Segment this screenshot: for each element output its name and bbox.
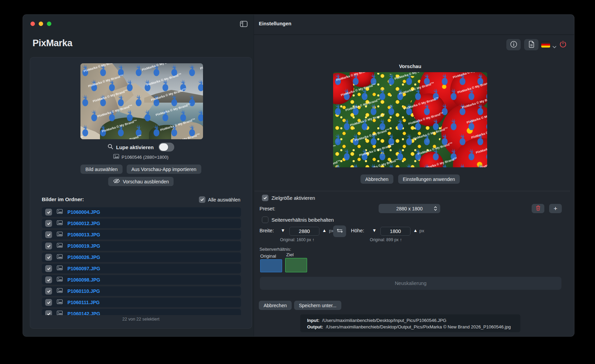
magnifier-toggle[interactable] — [159, 143, 174, 152]
app-window: Einstellungen PixMarka — [23, 14, 574, 337]
preset-label: Preset: — [259, 206, 275, 211]
toolbar-divider — [254, 35, 574, 35]
info-button[interactable] — [506, 39, 521, 50]
height-original: Original: 899 px ↑ — [355, 237, 417, 242]
file-checkbox[interactable] — [45, 265, 52, 272]
file-name: P1060098.JPG — [67, 277, 100, 283]
image-icon — [113, 154, 119, 160]
apply-settings-button[interactable]: Einstellungen anwenden — [398, 174, 460, 184]
watermark-overlay: PixMarka © My Brand™ — [333, 72, 487, 167]
height-increment-icon[interactable]: ▲ — [413, 228, 418, 233]
file-checkbox[interactable] — [45, 276, 52, 283]
file-list: P1060004.JPG P1060012.JPG P1060013.JPG P… — [42, 207, 241, 315]
settings-cancel-button[interactable]: Abbrechen — [259, 301, 292, 310]
hide-preview-button[interactable]: Vorschau ausblenden — [108, 177, 174, 186]
file-list-item[interactable]: P1060097.JPG — [42, 264, 241, 273]
file-checkbox[interactable] — [45, 299, 52, 306]
target-size-label: Zielgröße aktivieren — [271, 195, 315, 201]
aspect-original-label: Original — [260, 254, 276, 259]
file-list-item[interactable]: P1060110.JPG — [42, 286, 241, 296]
image-icon — [57, 277, 63, 283]
source-filename: P1060546 (2880×1800) — [122, 155, 168, 160]
image-icon — [57, 243, 63, 249]
section-divider — [254, 191, 570, 191]
file-list-item[interactable]: P1060013.JPG — [42, 230, 241, 239]
watermark-overlay: PixMarka © My Brand™ — [80, 63, 203, 139]
file-name: P1060013.JPG — [67, 232, 100, 237]
sidebar-icon — [240, 21, 248, 28]
output-path-row: Output:/Users/maximilianbenchieb/Desktop… — [307, 324, 514, 330]
select-all-label: Alle auswählen — [208, 197, 240, 203]
folder-header: Bilder im Ordner: — [42, 196, 84, 202]
file-list-item[interactable]: P1060111.JPG — [42, 298, 241, 307]
save-as-button[interactable]: Speichern unter... — [294, 301, 341, 310]
image-icon — [57, 288, 63, 294]
rescale-button[interactable]: Neuskalierung — [260, 277, 561, 290]
file-name: P1060111.JPG — [67, 300, 100, 305]
width-increment-icon[interactable]: ▲ — [322, 228, 327, 233]
select-image-button[interactable]: Bild auswählen — [80, 165, 122, 174]
width-original: Original: 1600 px ↑ — [266, 237, 328, 242]
file-list-item[interactable]: P1060026.JPG — [42, 252, 241, 262]
keep-aspect-checkbox[interactable] — [262, 217, 268, 223]
width-decrement-icon[interactable]: ▼ — [281, 228, 285, 233]
select-all-row: Alle auswählen — [199, 196, 240, 203]
file-checkbox[interactable] — [45, 288, 52, 295]
source-panel: PixMarka © My Brand™ Lupe aktivieren P10… — [30, 57, 252, 329]
file-name: P1060110.JPG — [67, 288, 100, 294]
window-title: Einstellungen — [259, 21, 291, 26]
file-list-item[interactable]: P1060019.JPG — [42, 241, 241, 251]
page-title: PixMarka — [33, 38, 72, 49]
file-list-item[interactable]: P1060142.JPG — [42, 309, 241, 315]
swap-arrows-icon — [337, 229, 343, 234]
add-preset-button[interactable]: + — [549, 204, 562, 213]
close-window-button[interactable] — [30, 22, 35, 26]
height-label: Höhe: — [351, 228, 364, 233]
minimize-window-button[interactable] — [39, 22, 43, 26]
preview-title: Vorschau — [333, 64, 487, 69]
sidebar-toggle-button[interactable] — [239, 20, 249, 29]
swap-dimensions-button[interactable] — [333, 225, 346, 237]
height-input[interactable] — [380, 227, 410, 236]
file-list-item[interactable]: P1060004.JPG — [42, 207, 241, 217]
file-checkbox[interactable] — [45, 243, 52, 249]
file-checkbox[interactable] — [45, 231, 52, 238]
file-list-item[interactable]: P1060012.JPG — [42, 219, 241, 228]
preset-dropdown[interactable]: 2880 x 1800 — [379, 204, 440, 213]
height-original-apply-icon[interactable]: ↑ — [400, 237, 402, 242]
language-chevron-down-icon[interactable] — [553, 43, 556, 50]
output-path: /Users/maximilianbenchieb/Desktop/Output… — [326, 324, 511, 329]
width-original-apply-icon[interactable]: ↑ — [312, 237, 314, 242]
height-unit: px — [419, 228, 424, 233]
power-icon — [559, 44, 567, 49]
image-icon — [57, 299, 63, 306]
aspect-target-label: Ziel — [286, 252, 294, 257]
dropdown-chevrons-icon — [434, 206, 437, 212]
file-checkbox[interactable] — [45, 220, 52, 227]
log-button[interactable] — [524, 39, 539, 50]
select-all-checkbox[interactable] — [199, 196, 205, 203]
delete-preset-button[interactable] — [532, 204, 544, 213]
image-icon — [57, 209, 63, 215]
file-checkbox[interactable] — [45, 310, 52, 315]
file-list-item[interactable]: P1060098.JPG — [42, 275, 241, 285]
quit-button[interactable] — [559, 40, 567, 49]
zoom-window-button[interactable] — [47, 22, 51, 26]
file-checkbox[interactable] — [45, 209, 52, 216]
import-from-preview-button[interactable]: Aus Vorschau-App importieren — [127, 165, 201, 174]
io-paths-box: Input:/Users/maximilianbenchieb/Desktop/… — [300, 314, 520, 332]
file-name: P1060004.JPG — [67, 209, 100, 215]
aspect-original-swatch — [260, 259, 282, 272]
eye-off-icon — [113, 179, 120, 184]
language-flag-german[interactable] — [541, 42, 550, 48]
height-decrement-icon[interactable]: ▼ — [372, 228, 377, 233]
image-icon — [57, 220, 63, 226]
file-name: P1060097.JPG — [67, 266, 100, 271]
target-size-checkbox[interactable] — [262, 195, 268, 201]
file-checkbox[interactable] — [45, 254, 52, 261]
info-icon — [510, 41, 517, 49]
image-icon — [57, 311, 63, 315]
width-input[interactable] — [289, 227, 319, 236]
file-name: P1060026.JPG — [67, 255, 100, 260]
preview-cancel-button[interactable]: Abbrechen — [360, 174, 393, 184]
